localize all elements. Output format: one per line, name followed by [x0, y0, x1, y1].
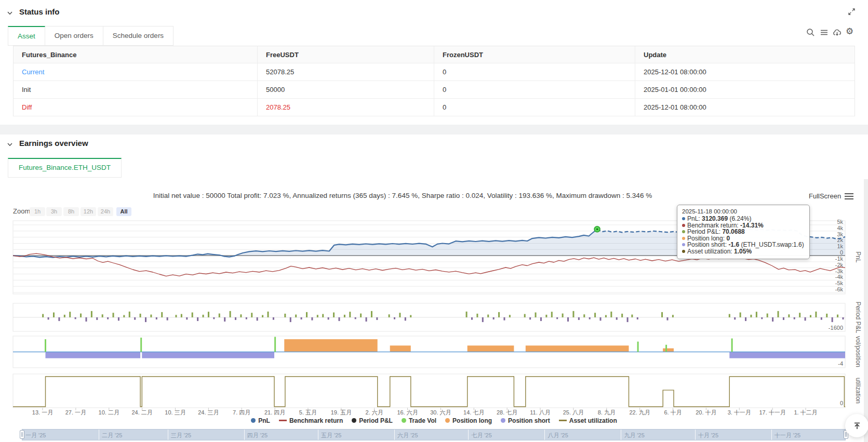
cell-free-usdt: 52078.25 [266, 68, 294, 76]
tooltip-row-asset-utilization: Asset utilization: 1.05% [682, 248, 805, 255]
svg-text:25. 八月: 25. 八月 [563, 409, 584, 416]
navigator-month-label: 七月 '25 [471, 432, 491, 439]
svg-text:4k: 4k [837, 225, 843, 231]
zoom-preset-3h[interactable]: 3h [46, 207, 62, 216]
navigator-month-separator [695, 430, 696, 440]
cloud-download-icon[interactable] [833, 28, 842, 37]
svg-text:24. 二月: 24. 二月 [131, 409, 152, 416]
cell-frozen-usdt: 0 [443, 103, 446, 111]
table-row-init: Init5000002025-01-01 00:00:00 [14, 81, 854, 99]
svg-text:-6k: -6k [835, 286, 844, 292]
cell-frozen-usdt: 0 [443, 86, 446, 93]
legend-marker [402, 418, 406, 423]
svg-text:-1k: -1k [835, 256, 844, 262]
navigator-month-separator [99, 430, 99, 440]
earnings-collapse-chevron-icon[interactable] [6, 141, 14, 148]
earnings-stats-line: Initial net value : 50000 Total profit: … [0, 192, 805, 199]
navigator-month-label: 九月 '25 [624, 432, 644, 439]
svg-text:20. 十月: 20. 十月 [696, 409, 716, 416]
gear-icon[interactable]: ⚙ [846, 27, 854, 36]
navigator-month-separator [394, 430, 395, 440]
navigator-month-separator [168, 430, 168, 440]
zoom-preset-24h[interactable]: 24h [98, 207, 113, 216]
fullscreen-button[interactable]: FullScreen [809, 192, 841, 200]
legend-item-position-long[interactable]: Position long [445, 417, 492, 424]
navigator-month-label: 十一月 '25 [774, 432, 800, 439]
expand-icon[interactable] [848, 8, 856, 16]
cell-free-usdt: 2078.25 [266, 103, 290, 111]
row-name-current[interactable]: Current [22, 68, 44, 76]
svg-text:5. 五月: 5. 五月 [299, 409, 317, 416]
tab-futures-binance-eth-usdt[interactable]: Futures_Binance.ETH_USDT [8, 158, 122, 178]
navigator-month-separator [771, 430, 772, 440]
navigator-month-separator [621, 430, 621, 440]
asset-table: Futures_BinanceFreeUSDTFrozenUSDTUpdateC… [13, 46, 855, 116]
cell-free-usdt: 50000 [266, 86, 285, 93]
svg-text:Period P&L: Period P&L [854, 302, 862, 333]
svg-text:13. 一月: 13. 一月 [32, 409, 53, 416]
table-header-frozenusdt: FrozenUSDT [434, 46, 635, 63]
range-navigator[interactable]: 一月 '25二月 '25三月 '25四月 '25五月 '25六月 '25七月 '… [22, 429, 846, 440]
svg-text:0: 0 [840, 400, 843, 406]
cell-update-time: 2025-12-01 08:00:00 [644, 103, 706, 111]
cell-update-time: 2025-12-01 08:00:00 [644, 68, 706, 76]
status-tabs: AssetOpen ordersSchedule orders [8, 26, 173, 46]
table-row-current: Current52078.2502025-12-01 08:00:00 [14, 63, 854, 81]
navigator-month-separator [318, 430, 318, 440]
table-row-diff: Diff2078.2502025-12-01 08:00:00 [14, 99, 854, 116]
zoom-preset-all[interactable]: All [116, 207, 131, 216]
chart-tooltip: 2025-11-18 00:00:00 PnL: 3120.369 (6.24%… [677, 205, 810, 259]
tooltip-date: 2025-11-18 00:00:00 [682, 208, 805, 215]
legend-marker [559, 420, 567, 421]
chart-context-menu-icon[interactable] [845, 193, 853, 201]
svg-text:vol/position: vol/position [854, 336, 862, 367]
legend-item-pnl[interactable]: PnL [251, 417, 270, 424]
tooltip-row-period-p-l: Period P&L: 70.0688 [682, 229, 805, 235]
list-icon[interactable] [820, 28, 829, 37]
back-to-top-button[interactable] [845, 414, 868, 437]
navigator-month-label: 八月 '25 [547, 432, 568, 439]
navigator-month-separator [244, 430, 245, 440]
tab-open-orders[interactable]: Open orders [45, 26, 103, 46]
legend-marker [501, 418, 505, 423]
navigator-month-label: 二月 '25 [102, 432, 122, 439]
svg-text:3. 十一月: 3. 十一月 [728, 409, 751, 416]
navigator-month-label: 四月 '25 [247, 432, 268, 439]
table-header-update: Update [635, 46, 854, 63]
chart-legend: PnLBenchmark returnPeriod P&LTrade VolPo… [0, 417, 868, 424]
row-name-init: Init [22, 86, 31, 93]
tab-schedule-orders[interactable]: Schedule orders [103, 26, 173, 46]
legend-marker [352, 418, 356, 423]
svg-text:2. 六月: 2. 六月 [366, 409, 383, 416]
table-header-freeusdt: FreeUSDT [258, 46, 434, 63]
svg-text:-4k: -4k [835, 274, 844, 280]
navigator-left-handle[interactable] [20, 430, 24, 439]
legend-item-period-p-l[interactable]: Period P&L [352, 417, 393, 424]
legend-item-asset-utilization[interactable]: Asset utilization [559, 417, 617, 424]
legend-item-position-short[interactable]: Position short [501, 417, 550, 424]
search-icon[interactable] [806, 28, 815, 37]
svg-text:1. 十二月: 1. 十二月 [794, 409, 817, 416]
navigator-month-label: 十月 '25 [698, 432, 718, 439]
zoom-preset-8h[interactable]: 8h [63, 207, 79, 216]
zoom-preset-1h[interactable]: 1h [30, 207, 45, 216]
svg-text:5k: 5k [837, 219, 843, 225]
tab-asset[interactable]: Asset [8, 26, 45, 46]
cell-frozen-usdt: 0 [443, 68, 446, 76]
svg-text:3k: 3k [837, 231, 843, 237]
legend-marker [445, 418, 450, 423]
page-scrollbar[interactable] [864, 179, 868, 442]
svg-text:8. 九月: 8. 九月 [598, 409, 616, 416]
legend-item-benchmark-return[interactable]: Benchmark return [279, 417, 343, 424]
svg-text:19. 五月: 19. 五月 [331, 409, 352, 416]
svg-text:utilization: utilization [854, 378, 862, 404]
legend-item-trade-vol[interactable]: Trade Vol [402, 417, 436, 424]
svg-text:16. 六月: 16. 六月 [397, 409, 418, 416]
svg-text:27. 一月: 27. 一月 [65, 409, 86, 416]
svg-text:10. 三月: 10. 三月 [165, 409, 185, 416]
earnings-section-title: Earnings overview [19, 139, 88, 148]
status-collapse-chevron-icon[interactable] [6, 9, 14, 17]
navigator-month-label: 一月 '25 [25, 432, 46, 439]
svg-text:PnL: PnL [854, 251, 862, 263]
zoom-preset-12h[interactable]: 12h [81, 207, 96, 216]
